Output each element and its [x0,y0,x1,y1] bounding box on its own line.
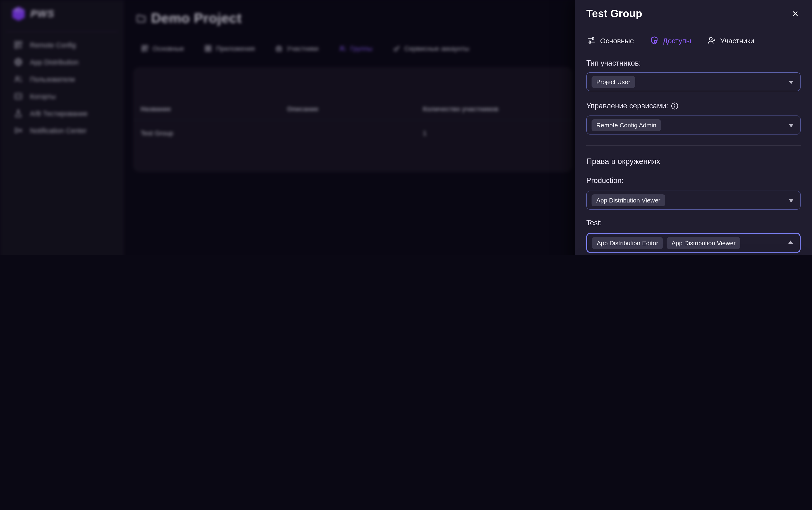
tab-label: Основные [152,45,184,52]
remote-config-icon [14,41,22,49]
project-title: Demo Project [151,10,242,26]
grid-icon [142,45,148,52]
selected-value-chip: App Distribution Viewer [592,194,665,206]
service-admin-label: Управление сервисами: [586,102,679,110]
tab-label: Приложения [216,45,255,52]
user-plus-icon [708,36,716,45]
production-select[interactable]: App Distribution Viewer [586,191,801,209]
sidebar-item-ab-testing[interactable]: A/B Тестирование [0,108,124,118]
close-icon[interactable]: ✕ [790,8,801,19]
app-logo[interactable]: PWS [11,6,55,21]
column-header-description: Описание [287,106,318,113]
member-type-label: Тип участников: [586,59,641,67]
tab-label: Сервисные аккаунты [404,45,469,52]
chevron-down-icon [789,199,793,202]
sidebar-item-label: Notification Center [30,127,87,134]
key-icon [393,45,400,52]
selected-value-chip: App Distribution Viewer [667,237,741,249]
tab-label: Участники [720,36,754,45]
tab-uchastniki[interactable]: Участники [276,45,319,52]
chevron-up-icon [788,240,793,244]
sidebar-divider [6,31,118,32]
drawer-tab-uchastniki[interactable]: Участники [708,36,754,45]
shield-plus-icon [650,36,659,45]
column-header-name: Название [141,106,171,113]
table-divider [133,120,573,120]
test-select[interactable]: App Distribution Editor App Distribution… [586,233,801,253]
permissions-dropdown: Remote Config Viewer Предоставление дост… [586,255,801,255]
megaphone-icon [14,126,22,135]
env-section-title: Права в окружениях [586,157,660,166]
sidebar-item-notification-center[interactable]: Notification Center [0,125,124,136]
tab-label: Группы [351,45,372,52]
drawer-tab-dostupy[interactable]: Доступы [650,36,691,45]
tab-label: Доступы [663,36,691,45]
chevron-down-icon [789,124,793,128]
sidebar: PWS Remote Config App Distribution Польз… [0,0,124,255]
section-divider [586,145,801,146]
tab-gruppy[interactable]: Группы [339,45,372,52]
selected-value-chip: Project User [592,76,635,88]
group-settings-drawer: Test Group ✕ Основные Доступы Участники … [575,0,812,255]
sliders-icon [587,36,596,45]
flask-icon [14,109,22,117]
tab-osnovnye[interactable]: Основные [142,45,184,52]
sidebar-item-label: Remote Config [30,41,76,49]
column-header-members-count: Количество участников [423,106,499,113]
sidebar-item-cohorts[interactable]: Когорты [0,91,124,101]
tab-prilozheniya[interactable]: Приложения [205,45,255,52]
groups-icon [339,45,346,52]
selected-value-chip: Remote Config Admin [592,119,661,131]
sidebar-nav: Remote Config App Distribution Пользоват… [0,40,124,136]
drawer-tab-osnovnye[interactable]: Основные [587,36,634,45]
cell-group-name: Test Group [141,129,173,137]
selected-value-chip: App Distribution Editor [592,237,663,249]
project-tabs: Основные Приложения Участники Группы Сер… [142,45,469,52]
drawer-title: Test Group [586,8,642,20]
service-admin-select[interactable]: Remote Config Admin [586,115,801,135]
sidebar-item-label: Когорты [30,92,56,100]
project-header: Demo Project [136,10,242,26]
apps-icon [205,45,212,52]
users-icon [14,75,22,83]
groups-table-card: Название Описание Количество участников … [133,67,573,172]
cell-members-count: 1 [423,129,427,137]
cohorts-icon [14,92,22,100]
sidebar-item-remote-config[interactable]: Remote Config [0,40,124,50]
folder-icon [136,13,146,24]
sidebar-item-users[interactable]: Пользователи [0,74,124,84]
members-icon [276,45,282,52]
cube-logo-icon [11,6,26,21]
app-distribution-icon [14,58,22,66]
sidebar-item-label: A/B Тестирование [30,110,88,117]
sidebar-item-label: App Distribution [30,58,79,66]
tab-label: Основные [600,36,634,45]
sidebar-item-label: Пользователи [30,75,75,83]
info-icon[interactable] [671,102,679,110]
member-type-select[interactable]: Project User [586,72,801,91]
app-root: PWS Remote Config App Distribution Польз… [0,0,812,255]
drawer-tabs: Основные Доступы Участники [587,36,754,45]
logo-text: PWS [30,8,55,20]
test-label: Test: [586,219,602,227]
chevron-down-icon [789,81,793,84]
sidebar-item-app-distribution[interactable]: App Distribution [0,57,124,67]
label-text: Управление сервисами: [586,102,668,110]
tab-servisnye-akkaunty[interactable]: Сервисные аккаунты [393,45,469,52]
production-label: Production: [586,176,624,185]
tab-label: Участники [287,45,319,52]
